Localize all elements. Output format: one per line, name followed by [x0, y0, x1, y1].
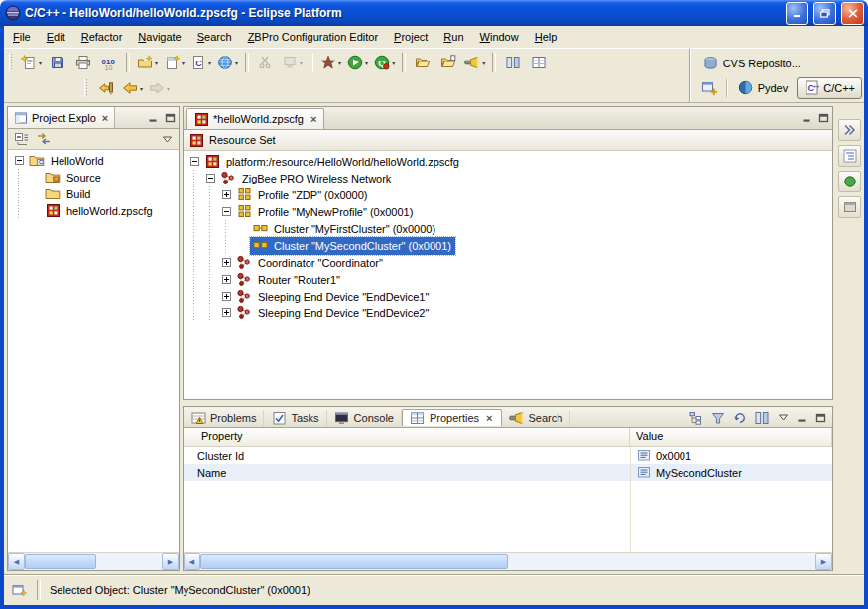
dropdown-arrow-icon[interactable]: ▾ — [167, 85, 170, 92]
menu-search[interactable]: Search — [189, 28, 240, 46]
pin-properties-button[interactable] — [752, 408, 772, 427]
restore-button[interactable] — [813, 2, 836, 25]
show-categories-button[interactable] — [686, 408, 706, 427]
build-binary-button[interactable]: 01010 — [97, 50, 121, 75]
run-button[interactable]: ▾ — [345, 50, 370, 75]
minimize-editor-button[interactable] — [799, 110, 814, 126]
tree-item[interactable]: ZigBee PRO Wireless Network — [184, 170, 832, 186]
new-project-wizard-button[interactable]: ▾ — [162, 50, 186, 75]
column-divider[interactable] — [630, 447, 631, 552]
minimized-view-console-button[interactable] — [838, 196, 861, 218]
scrollbar-thumb[interactable] — [25, 554, 96, 569]
tree-item[interactable]: Profile "ZDP" (0x0000) — [184, 186, 832, 203]
web-browser-button[interactable]: ▾ — [215, 50, 240, 75]
import-button[interactable] — [411, 50, 434, 75]
dropdown-arrow-icon[interactable]: ▾ — [365, 60, 368, 66]
scroll-right-button[interactable]: ▶ — [162, 553, 179, 570]
dropdown-arrow-icon[interactable]: ▾ — [300, 60, 303, 66]
expand-toggle-plus[interactable] — [218, 292, 234, 301]
expand-toggle-minus[interactable] — [202, 174, 218, 183]
tree-item[interactable]: Cluster "MySecondCluster" (0x0001) — [184, 237, 832, 254]
tab-console[interactable]: Console — [327, 410, 402, 426]
dropdown-arrow-icon[interactable]: ▾ — [482, 60, 485, 66]
expand-toggle-minus[interactable] — [11, 156, 27, 165]
fast-view-button[interactable] — [12, 582, 28, 598]
column-header-property[interactable]: Property — [184, 428, 630, 446]
dropdown-arrow-icon[interactable]: ▾ — [39, 60, 42, 66]
tab-tasks[interactable]: Tasks — [264, 410, 326, 426]
dropdown-arrow-icon[interactable]: ▾ — [155, 60, 158, 66]
menu-project[interactable]: Project — [386, 28, 435, 46]
expand-toggle-minus[interactable] — [186, 157, 202, 166]
menu-edit[interactable]: Edit — [39, 28, 73, 46]
back-button[interactable]: ▾ — [120, 75, 145, 101]
view-menu-button[interactable] — [159, 131, 175, 147]
menu-run[interactable]: Run — [435, 28, 471, 46]
dropdown-arrow-icon[interactable]: ▾ — [235, 60, 238, 66]
scroll-right-button[interactable]: ▶ — [815, 553, 832, 570]
tree-item[interactable]: helloWorld.zpscfg — [8, 202, 179, 219]
tree-item[interactable]: Source — [8, 169, 179, 185]
maximize-editor-button[interactable] — [815, 110, 831, 126]
export-button[interactable] — [436, 50, 460, 75]
cut-button[interactable] — [254, 50, 278, 75]
search-button[interactable]: ▾ — [462, 50, 487, 75]
tree-item[interactable]: Router "Router1" — [184, 271, 832, 288]
restore-default-value-button[interactable] — [730, 408, 750, 427]
tree-item[interactable]: Sleeping End Device "EndDevice2" — [184, 304, 832, 321]
perspective-cpp-button[interactable]: C++C/C++ — [797, 77, 862, 99]
menu-help[interactable]: Help — [527, 28, 565, 46]
perspective-pydev-button[interactable]: Pydev — [731, 77, 796, 99]
dropdown-arrow-icon[interactable]: ▾ — [392, 60, 395, 66]
tree-item[interactable]: CHelloWorld — [8, 152, 179, 169]
new-wizard-button[interactable]: ▾ — [19, 50, 44, 75]
toolbar-grip[interactable] — [84, 79, 88, 97]
horizontal-scrollbar[interactable]: ◀ ▶ — [184, 552, 832, 570]
last-edit-location-button[interactable] — [94, 75, 118, 101]
menu-window[interactable]: Window — [472, 28, 527, 46]
forward-button[interactable]: ▾ — [147, 75, 172, 101]
tab-search[interactable]: Search — [502, 410, 571, 426]
close-button[interactable] — [841, 2, 864, 25]
expand-toggle-plus[interactable] — [218, 258, 234, 267]
tree-item[interactable]: Cluster "MyFirstCluster" (0x0000) — [184, 220, 832, 237]
horizontal-scrollbar[interactable]: ◀ ▶ — [8, 552, 179, 570]
menu-file[interactable]: File — [5, 28, 39, 46]
scroll-left-button[interactable]: ◀ — [8, 553, 25, 570]
view-menu-button[interactable] — [775, 410, 791, 426]
link-with-editor-button[interactable] — [34, 129, 54, 149]
property-row[interactable]: NameMySecondCluster — [184, 464, 832, 481]
dropdown-arrow-icon[interactable]: ▾ — [208, 60, 211, 66]
scrollbar-thumb[interactable] — [200, 554, 508, 569]
tree-item[interactable]: Build — [8, 185, 179, 202]
dropdown-arrow-icon[interactable]: ▾ — [140, 85, 143, 92]
tab-properties[interactable]: Properties× — [402, 409, 502, 426]
maximize-view-button[interactable] — [162, 110, 178, 126]
close-icon[interactable]: × — [101, 112, 109, 124]
print-button[interactable] — [71, 50, 95, 75]
new-c-project-button[interactable]: ▾ — [135, 50, 160, 75]
tree-item[interactable]: Sleeping End Device "EndDevice1" — [184, 288, 832, 304]
tree-item[interactable]: platform:/resource/HelloWorld/helloWorld… — [184, 153, 832, 170]
menu-zbpro-configuration-editor[interactable]: ZBPro Configuration Editor — [240, 28, 386, 46]
fast-view-chevron-button[interactable] — [838, 119, 861, 141]
column-header-value[interactable]: Value — [630, 428, 832, 446]
toolbar-grip[interactable] — [9, 54, 13, 71]
minimize-view-button[interactable] — [794, 410, 809, 426]
minimize-button[interactable] — [786, 2, 808, 25]
annotation-button[interactable]: ▾ — [280, 50, 305, 75]
tab-helloworld-zpscfg[interactable]: *helloWorld.zpscfg × — [186, 108, 324, 129]
expand-toggle-plus[interactable] — [218, 190, 234, 199]
tree-item[interactable]: Profile "MyNewProfile" (0x0001) — [184, 203, 832, 220]
scroll-left-button[interactable]: ◀ — [184, 553, 200, 570]
menu-navigate[interactable]: Navigate — [130, 28, 188, 46]
close-icon[interactable]: × — [485, 412, 493, 424]
dropdown-arrow-icon[interactable]: ▾ — [338, 60, 341, 66]
expand-toggle-plus[interactable] — [218, 308, 234, 317]
save-button[interactable] — [46, 50, 69, 75]
new-c-class-button[interactable]: C▾ — [188, 50, 213, 75]
tab-problems[interactable]: Problems — [184, 410, 264, 426]
collapse-all-button[interactable] — [12, 129, 32, 149]
expand-toggle-minus[interactable] — [218, 207, 234, 216]
close-icon[interactable]: × — [310, 113, 317, 125]
